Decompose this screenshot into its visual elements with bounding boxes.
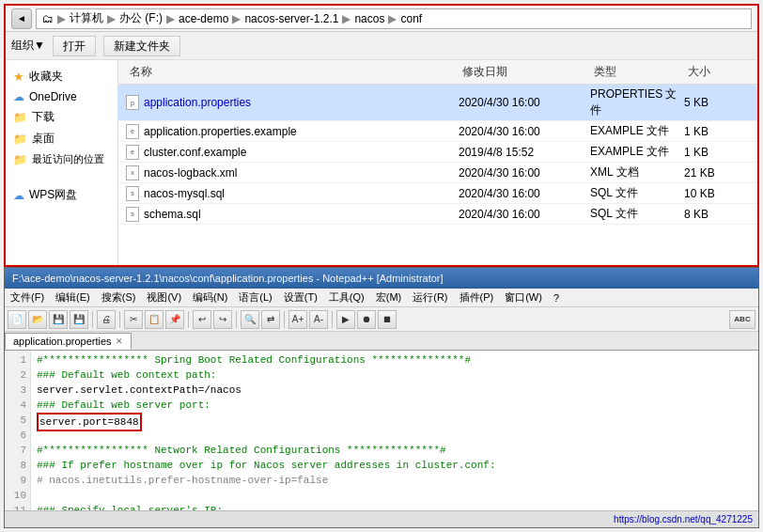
tool-find[interactable]: 🔍 — [241, 310, 259, 329]
menu-edit[interactable]: 编辑(E) — [50, 289, 96, 306]
toolbar-sep-2 — [119, 311, 120, 328]
menu-tools[interactable]: 工具(Q) — [323, 289, 370, 306]
bc-computer[interactable]: 计算机 — [70, 10, 103, 26]
star-icon: ★ — [13, 70, 24, 84]
tool-abc[interactable]: ABC — [729, 310, 755, 329]
file-explorer: ◄ 🗂 ▶ 计算机 ▶ 办公 (F:) ▶ ace-demo ▶ nacos-s… — [4, 4, 759, 267]
menu-encoding[interactable]: 编码(N) — [187, 289, 233, 306]
bc-drive[interactable]: 办公 (F:) — [119, 10, 163, 26]
file-row-0[interactable]: p application.properties 2020/4/30 16:00… — [118, 85, 757, 121]
sidebar-recent-label: 最近访问的位置 — [32, 152, 104, 166]
file-icon-1: e — [126, 124, 139, 139]
file-size-1: 1 KB — [684, 125, 750, 138]
line-numbers: 1 2 3 4 5 6 7 8 9 10 11 12 — [5, 351, 31, 510]
col-name: 名称 — [126, 63, 459, 81]
menu-plugins[interactable]: 插件(P) — [454, 289, 500, 306]
sidebar-onedrive-label: OneDrive — [29, 90, 77, 103]
sidebar-item-onedrive[interactable]: ☁ OneDrive — [6, 87, 117, 106]
tool-new[interactable]: 📄 — [8, 310, 26, 329]
tool-zoom-out[interactable]: A- — [309, 310, 328, 329]
file-row-5[interactable]: s schema.sql 2020/4/30 16:00 SQL 文件 8 KB — [118, 204, 757, 225]
tool-open[interactable]: 📂 — [28, 310, 47, 329]
code-line-8: ### If prefer hostname over ip for Nacos… — [37, 458, 753, 473]
file-type-3: XML 文档 — [590, 164, 684, 180]
file-type-4: SQL 文件 — [590, 185, 684, 201]
sidebar-item-download[interactable]: 📁 下载 — [6, 106, 117, 128]
organize-label[interactable]: 组织▼ — [11, 38, 45, 54]
new-folder-button[interactable]: 新建文件夹 — [103, 36, 180, 56]
tool-macro2[interactable]: ⏺ — [357, 310, 376, 329]
file-list-header: 名称 修改日期 类型 大小 — [118, 60, 757, 85]
sidebar-favorites-label: 收藏夹 — [29, 69, 63, 85]
tool-replace[interactable]: ⇄ — [261, 310, 280, 329]
file-row-1[interactable]: e application.properties.example 2020/4/… — [118, 121, 757, 142]
file-date-5: 2020/4/30 16:00 — [459, 208, 590, 221]
port-highlight: server.port=8848 — [37, 413, 142, 431]
sidebar-item-wps[interactable]: ☁ WPS网盘 — [6, 184, 117, 206]
file-name-1: application.properties.example — [144, 125, 297, 138]
sidebar-download-label: 下载 — [32, 109, 54, 125]
file-size-3: 21 KB — [684, 166, 750, 180]
menu-help[interactable]: ? — [548, 289, 565, 306]
sidebar-desktop-label: 桌面 — [32, 131, 54, 147]
file-name-3: nacos-logback.xml — [144, 166, 237, 180]
menu-run[interactable]: 运行(R) — [407, 289, 453, 306]
file-size-2: 1 KB — [684, 146, 750, 159]
file-name-0: application.properties — [144, 96, 251, 109]
status-bar: https://blog.csdn.net/qq_4271225 — [5, 510, 758, 527]
file-row-4[interactable]: s nacos-mysql.sql 2020/4/30 16:00 SQL 文件… — [118, 183, 757, 204]
code-content: #***************** Spring Boot Related C… — [31, 351, 758, 510]
tool-zoom-in[interactable]: A+ — [288, 310, 307, 329]
bc-conf[interactable]: conf — [400, 12, 422, 25]
tab-close-icon[interactable]: ✕ — [116, 336, 123, 346]
code-line-10 — [37, 488, 753, 503]
tool-macro3[interactable]: ⏹ — [378, 310, 397, 329]
tool-save[interactable]: 💾 — [49, 310, 68, 329]
folder-icon-1: 📁 — [13, 111, 27, 124]
csdn-url: https://blog.csdn.net/qq_4271225 — [614, 514, 753, 524]
breadcrumb[interactable]: 🗂 ▶ 计算机 ▶ 办公 (F:) ▶ ace-demo ▶ nacos-ser… — [36, 8, 752, 29]
bc-acedemo[interactable]: ace-demo — [179, 12, 228, 25]
sidebar-item-desktop[interactable]: 📁 桌面 — [6, 128, 117, 149]
notepad-window: F:\ace-demo\nacos-server-1.2.1\nacos\con… — [4, 267, 759, 528]
sidebar: ★ 收藏夹 ☁ OneDrive 📁 下载 📁 桌面 📁 最近访问的位置 ☁ — [6, 60, 118, 265]
menu-macro[interactable]: 宏(M) — [370, 289, 408, 306]
menu-search[interactable]: 搜索(S) — [96, 289, 142, 306]
menu-file[interactable]: 文件(F) — [5, 289, 50, 306]
menu-settings[interactable]: 设置(T) — [278, 289, 323, 306]
open-button[interactable]: 打开 — [53, 36, 96, 56]
back-button[interactable]: ◄ — [11, 8, 32, 29]
cloud-icon-2: ☁ — [13, 189, 24, 202]
menu-view[interactable]: 视图(V) — [141, 289, 187, 306]
notepad-title-text: F:\ace-demo\nacos-server-1.2.1\nacos\con… — [12, 273, 444, 284]
file-icon-2: e — [126, 145, 139, 160]
tool-save-all[interactable]: 💾 — [70, 310, 88, 329]
col-date: 修改日期 — [459, 63, 590, 81]
tool-macro1[interactable]: ▶ — [336, 310, 355, 329]
bc-nacos[interactable]: nacos — [354, 12, 384, 25]
code-line-11: ### Specify local server's IP: — [37, 503, 753, 510]
tool-redo[interactable]: ↪ — [213, 310, 232, 329]
file-row-3[interactable]: x nacos-logback.xml 2020/4/30 16:00 XML … — [118, 163, 757, 183]
file-size-5: 8 KB — [684, 208, 750, 221]
tool-print[interactable]: 🖨 — [97, 310, 116, 329]
tool-paste[interactable]: 📌 — [165, 310, 184, 329]
bc-nacos-server[interactable]: nacos-server-1.2.1 — [244, 12, 338, 25]
folder-icon-3: 📁 — [13, 153, 27, 166]
sidebar-item-recent[interactable]: 📁 最近访问的位置 — [6, 149, 117, 169]
menu-language[interactable]: 语言(L) — [233, 289, 277, 306]
sidebar-item-favorites[interactable]: ★ 收藏夹 — [6, 66, 117, 87]
tool-copy[interactable]: 📋 — [145, 310, 164, 329]
tool-undo[interactable]: ↩ — [193, 310, 211, 329]
menu-window[interactable]: 窗口(W) — [499, 289, 548, 306]
file-type-5: SQL 文件 — [590, 206, 684, 222]
tool-cut[interactable]: ✂ — [124, 310, 143, 329]
file-row-2[interactable]: e cluster.conf.example 2019/4/8 15:52 EX… — [118, 142, 757, 163]
file-date-4: 2020/4/30 16:00 — [459, 187, 590, 200]
toolbar-sep-5 — [284, 311, 285, 328]
toolbar-sep-6 — [332, 311, 333, 328]
toolbar-sep-3 — [188, 311, 189, 328]
tab-application-properties[interactable]: application.properties ✕ — [5, 333, 132, 350]
file-date-3: 2020/4/30 16:00 — [459, 166, 590, 180]
code-line-6 — [37, 428, 753, 443]
